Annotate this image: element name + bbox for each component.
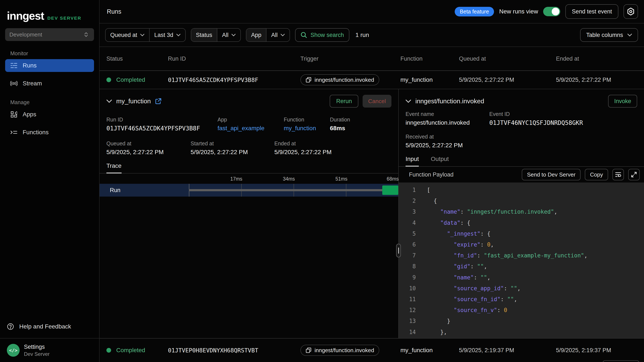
- app-filter-dropdown[interactable]: All: [266, 29, 290, 41]
- line-number: 1: [399, 185, 416, 195]
- trigger-label: inngest/function.invoked: [314, 77, 374, 83]
- logo-text: inngest: [7, 9, 44, 22]
- cancel-button[interactable]: Cancel: [362, 95, 392, 108]
- new-runs-view-label: New runs view: [499, 8, 538, 15]
- function-name: my_function: [400, 76, 459, 83]
- column-header-function: Function: [400, 55, 459, 62]
- sidebar-item-label: Stream: [23, 80, 42, 87]
- sidebar-item-stream[interactable]: Stream: [5, 77, 94, 90]
- queued-at-value: 5/9/2025, 2:27:22 PM: [459, 77, 556, 83]
- tab-input[interactable]: Input: [406, 156, 419, 166]
- event-windows-icon: [306, 77, 312, 83]
- status-filter-value: All: [222, 32, 228, 38]
- code-line: 11 "source_fn_id": "",: [399, 294, 644, 305]
- settings-title: Settings: [24, 344, 50, 350]
- settings-entry[interactable]: </> Settings Dev Server: [0, 338, 99, 362]
- code-line: 4 "data": {: [399, 217, 644, 228]
- main-area: Runs Beta feature New runs view Send tes…: [100, 0, 644, 362]
- code-line: 14 },: [399, 327, 644, 338]
- time-field-dropdown[interactable]: Queued at: [106, 29, 149, 41]
- payload-toolbar: Function Payload Send to Dev Server Copy: [399, 167, 644, 182]
- axis-tick: 17ms: [212, 176, 242, 182]
- expand-payload-button[interactable]: [628, 169, 640, 180]
- new-runs-view-toggle[interactable]: [543, 7, 560, 16]
- function-label: Function: [284, 117, 330, 123]
- help-label: Help and Feedback: [19, 323, 71, 330]
- trigger-pill[interactable]: inngest/function.invoked: [300, 345, 379, 356]
- code-line: 10 "source_app_id": "",: [399, 283, 644, 294]
- trace-track: [189, 184, 398, 196]
- apps-icon: [10, 111, 18, 118]
- table-row[interactable]: Completed 01JTVEP0H8EVDNYXH68QRSTVBT inn…: [100, 338, 644, 362]
- duration-value: 68ms: [330, 125, 392, 132]
- started-at-label: Started at: [190, 141, 274, 147]
- send-to-dev-server-button[interactable]: Send to Dev Server: [522, 169, 580, 180]
- settings-subtitle: Dev Server: [24, 351, 50, 357]
- tab-output[interactable]: Output: [431, 156, 449, 166]
- help-and-feedback[interactable]: Help and Feedback: [0, 315, 99, 338]
- received-at-value: 5/9/2025, 2:27:22 PM: [406, 142, 490, 149]
- app-filter-label: App: [246, 29, 266, 41]
- status-label: Completed: [116, 76, 145, 83]
- queued-at-value: 5/9/2025, 2:19:37 PM: [459, 347, 556, 354]
- code-line: 7 "fn_id": "fast_api_example-my_function…: [399, 250, 644, 261]
- time-range-dropdown[interactable]: Last 3d: [150, 29, 185, 41]
- copy-button[interactable]: Copy: [585, 169, 608, 180]
- trigger-pill[interactable]: inngest/function.invoked: [300, 74, 379, 85]
- collapse-chevron-icon[interactable]: [406, 99, 411, 103]
- send-test-event-button[interactable]: Send test event: [565, 4, 618, 19]
- code-line: 3 "name": "inngest/function.invoked",: [399, 206, 644, 217]
- trace-time-axis: 17ms 34ms 51ms 68ms: [100, 174, 398, 184]
- table-columns-button[interactable]: Table columns: [580, 28, 638, 42]
- sidebar-item-runs[interactable]: Runs: [5, 59, 94, 72]
- line-number: 7: [399, 250, 416, 261]
- app-link[interactable]: fast_api_example: [218, 125, 284, 132]
- run-detail-region: my_function Rerun Cancel Run ID 01JTVF46…: [100, 89, 644, 338]
- sidebar-item-apps[interactable]: Apps: [5, 108, 94, 121]
- invoke-button[interactable]: Invoke: [608, 95, 637, 108]
- partially-visible-button: [602, 360, 639, 362]
- time-field-value: Queued at: [110, 32, 137, 38]
- panel-resize-handle[interactable]: [396, 244, 401, 257]
- collapse-chevron-icon[interactable]: [106, 99, 112, 103]
- table-row[interactable]: Completed 01JTVF46SA5ZCDK4YPFSPV3B8F inn…: [100, 71, 644, 89]
- dev-server-avatar: </>: [7, 344, 20, 357]
- search-icon: [301, 32, 307, 38]
- status-filter-dropdown[interactable]: All: [217, 29, 240, 41]
- trace-run-row[interactable]: Run: [100, 184, 398, 196]
- sidebar-item-label: Apps: [23, 111, 36, 118]
- run-detail-pane: my_function Rerun Cancel Run ID 01JTVF46…: [100, 89, 399, 338]
- chevron-down-icon: [176, 34, 180, 36]
- code-line: 9 "name": "",: [399, 272, 644, 283]
- sidebar-bottom: Help and Feedback </> Settings Dev Serve…: [0, 315, 99, 362]
- app-label: App: [218, 117, 284, 123]
- rerun-button[interactable]: Rerun: [330, 95, 358, 108]
- trace-queue-bar: [189, 189, 382, 191]
- environment-select[interactable]: Development: [5, 28, 94, 41]
- event-detail-pane: inngest/function.invoked Invoke Event na…: [399, 89, 644, 338]
- function-link[interactable]: my_function: [284, 125, 330, 132]
- trace-tabs: Trace: [100, 163, 398, 174]
- column-header-status: Status: [103, 55, 168, 62]
- chevron-up-down-icon: [82, 31, 90, 38]
- trace-waterfall: 17ms 34ms 51ms 68ms Run: [100, 174, 398, 196]
- event-name-value: inngest/function.invoked: [406, 119, 489, 126]
- beta-feature-badge: Beta feature: [455, 7, 494, 16]
- line-number: 2: [399, 195, 416, 206]
- sidebar: inngest DEV SERVER Development Monitor R: [0, 0, 100, 362]
- status-dot: [106, 77, 111, 82]
- payload-code-viewer[interactable]: 1[2 {3 "name": "inngest/function.invoked…: [399, 182, 644, 338]
- sidebar-item-functions[interactable]: Functions: [5, 126, 94, 139]
- line-number: 9: [399, 272, 416, 283]
- word-wrap-button[interactable]: [612, 169, 624, 180]
- status-label: Completed: [116, 347, 145, 354]
- app-filter-value: All: [271, 32, 278, 38]
- external-link-icon[interactable]: [155, 98, 162, 104]
- column-header-ended-at: Ended at: [556, 55, 644, 62]
- ended-at-value: 5/9/2025, 2:19:37 PM: [556, 347, 644, 354]
- time-range-value: Last 3d: [154, 32, 173, 38]
- show-search-button[interactable]: Show search: [295, 28, 349, 42]
- tab-trace[interactable]: Trace: [106, 163, 122, 173]
- settings-gear-button[interactable]: [624, 4, 638, 19]
- show-search-label: Show search: [310, 32, 344, 38]
